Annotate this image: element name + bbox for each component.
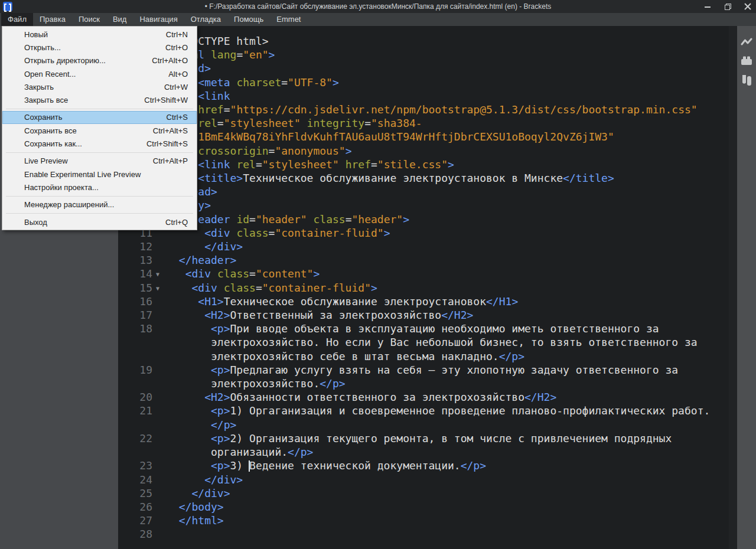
menu-bar: ФайлПравкаПоискВидНавигацияОтладкаПомощь… — [0, 13, 756, 26]
menu-item-1[interactable]: Открыть...Ctrl+O — [2, 41, 197, 54]
code-line-22[interactable]: 22<p>2) Организация текущего ремонта, в … — [118, 432, 737, 459]
menu-item-5[interactable]: Закрыть всеCtrl+Shift+W — [2, 93, 197, 106]
code-editor[interactable]: 1<!DOCTYPE html>2<html lang="en">3<head>… — [118, 26, 737, 549]
menu-item-label: Закрыть — [2, 83, 164, 92]
menubar-item-6[interactable]: Помощь — [227, 13, 270, 26]
menu-item-label: Открыть... — [2, 43, 165, 52]
menu-item-13[interactable]: Настройки проекта... — [2, 181, 197, 194]
code-line-5[interactable]: 5<link href="https://cdn.jsdelivr.net/np… — [118, 89, 737, 158]
menu-item-12[interactable]: Enable Experimental Live Preview — [2, 168, 197, 181]
menu-item-label: Сохранить все — [2, 126, 153, 135]
line-number-gutter: 12 — [118, 240, 172, 253]
code-line-11[interactable]: 11<div class="container-fluid"> — [118, 226, 737, 240]
code-text: <title>Техническое обслуживание электроу… — [172, 171, 729, 185]
menubar-item-5[interactable]: Отладка — [184, 13, 227, 26]
code-line-28[interactable]: 28 — [118, 527, 737, 541]
code-text: </div> — [172, 240, 729, 253]
minimize-icon[interactable] — [704, 3, 711, 10]
menu-item-label: Менеджер расширений... — [2, 200, 188, 209]
menubar-item-3[interactable]: Вид — [106, 13, 133, 26]
code-line-8[interactable]: 8</head> — [118, 185, 737, 198]
code-text: <p>Предлагаю услугу взять на себя — эту … — [172, 363, 729, 390]
line-number-gutter: 21 — [118, 404, 172, 431]
code-text: <p>1) Оргаганизация и своевременное пров… — [172, 404, 729, 431]
code-line-15[interactable]: 15▼<div class="container-fluid"> — [118, 281, 737, 295]
code-line-4[interactable]: 4<meta charset="UTF-8"> — [118, 76, 737, 89]
code-line-13[interactable]: 13</header> — [118, 253, 737, 267]
code-line-18[interactable]: 18<p>При вводе объекта в эксплуатацию не… — [118, 322, 737, 363]
fold-arrow-icon[interactable]: ▼ — [156, 267, 159, 281]
menubar-item-4[interactable]: Навигация — [133, 13, 184, 26]
menu-item-shortcut: Alt+O — [168, 70, 197, 79]
code-line-16[interactable]: 16<H1>Техническое обслуживание электроус… — [118, 295, 737, 308]
menu-item-shortcut: Ctrl+Alt+S — [153, 126, 197, 135]
code-text — [172, 527, 729, 541]
line-number-gutter: 25 — [118, 486, 172, 500]
menu-item-4[interactable]: ЗакрытьCtrl+W — [2, 80, 197, 93]
menu-item-17[interactable]: ВыходCtrl+Q — [2, 215, 197, 228]
code-text: <head> — [172, 61, 729, 75]
code-line-10[interactable]: 10<header id="header" class="header"> — [118, 213, 737, 226]
menu-item-label: Закрыть все — [2, 96, 144, 104]
code-line-25[interactable]: 25</div> — [118, 486, 737, 500]
code-line-26[interactable]: 26</body> — [118, 500, 737, 514]
live-preview-icon[interactable] — [741, 38, 752, 47]
line-number-gutter: 14▼ — [118, 267, 172, 280]
menu-item-label: Новый — [2, 30, 166, 39]
code-line-21[interactable]: 21<p>1) Оргаганизация и своевременное пр… — [118, 404, 737, 431]
line-number-gutter: 19 — [118, 363, 172, 390]
code-text: <div class="container-fluid"> — [172, 226, 729, 240]
code-line-24[interactable]: 24</div> — [118, 473, 737, 486]
file-menu-dropdown: НовыйCtrl+NОткрыть...Ctrl+OОткрыть дирек… — [2, 26, 197, 230]
menu-item-3[interactable]: Open Recent...Alt+O — [2, 67, 197, 80]
extension-plugin-icon[interactable] — [741, 74, 752, 87]
line-number: 13 — [139, 253, 152, 267]
menu-item-shortcut: Ctrl+Shift+S — [146, 139, 197, 148]
line-number-gutter: 17 — [118, 308, 172, 322]
code-text: <div class="container-fluid"> — [172, 281, 729, 295]
code-text: <div class="content"> — [172, 267, 729, 280]
code-line-20[interactable]: 20<H2>Обязанности ответственного за элек… — [118, 390, 737, 404]
line-number-gutter: 28 — [118, 527, 172, 541]
code-text: </header> — [172, 253, 729, 267]
code-line-3[interactable]: 3<head> — [118, 61, 737, 75]
code-line-1[interactable]: 1<!DOCTYPE html> — [118, 34, 737, 48]
editor-scrollbar[interactable] — [729, 26, 737, 549]
code-line-27[interactable]: 27</html> — [118, 514, 737, 527]
menubar-item-0[interactable]: Файл — [1, 13, 33, 26]
menu-item-9[interactable]: Сохранить как...Ctrl+Shift+S — [2, 137, 197, 150]
menu-item-11[interactable]: Live PreviewCtrl+Alt+P — [2, 155, 197, 168]
menubar-item-1[interactable]: Правка — [33, 13, 72, 26]
menu-item-label: Сохранить как... — [2, 139, 146, 148]
code-line-9[interactable]: 9<body> — [118, 198, 737, 212]
code-line-23[interactable]: 23<p>3) Ведение технической документации… — [118, 459, 737, 472]
line-number-gutter: 15▼ — [118, 281, 172, 295]
menu-item-2[interactable]: Открыть директорию...Ctrl+Alt+O — [2, 54, 197, 67]
code-line-19[interactable]: 19<p>Предлагаю услугу взять на себя — эт… — [118, 363, 737, 390]
line-number-gutter: 16 — [118, 295, 172, 308]
line-number-gutter: 13 — [118, 253, 172, 267]
window-title: • F:/Разработка сайтов/Сайт обслуживание… — [0, 0, 756, 13]
code-text: <html lang="en"> — [172, 48, 729, 61]
menu-item-7[interactable]: СохранитьCtrl+S — [2, 111, 197, 124]
menu-item-0[interactable]: НовыйCtrl+N — [2, 28, 197, 41]
fold-arrow-icon[interactable]: ▼ — [156, 282, 159, 295]
extension-manager-icon[interactable] — [741, 55, 752, 66]
menu-item-8[interactable]: Сохранить всеCtrl+Alt+S — [2, 124, 197, 137]
menubar-item-2[interactable]: Поиск — [72, 13, 106, 26]
code-line-7[interactable]: 7<title>Техническое обслуживание электро… — [118, 171, 737, 185]
code-text: <body> — [172, 198, 729, 212]
code-line-6[interactable]: 6<link rel="stylesheet" href="stile.css"… — [118, 158, 737, 171]
line-number: 27 — [139, 514, 152, 527]
code-text: <H2>Ответственный за электрохозяйство</H… — [172, 308, 729, 322]
close-icon[interactable] — [744, 3, 751, 10]
menubar-item-7[interactable]: Emmet — [270, 13, 307, 26]
code-line-12[interactable]: 12</div> — [118, 240, 737, 253]
code-line-14[interactable]: 14▼<div class="content"> — [118, 267, 737, 280]
restore-window-icon[interactable] — [724, 3, 731, 10]
menu-item-15[interactable]: Менеджер расширений... — [2, 198, 197, 211]
code-line-17[interactable]: 17<H2>Ответственный за электрохозяйство<… — [118, 308, 737, 322]
code-line-2[interactable]: 2<html lang="en"> — [118, 48, 737, 61]
line-number: 20 — [139, 390, 152, 404]
line-number: 17 — [139, 308, 152, 322]
